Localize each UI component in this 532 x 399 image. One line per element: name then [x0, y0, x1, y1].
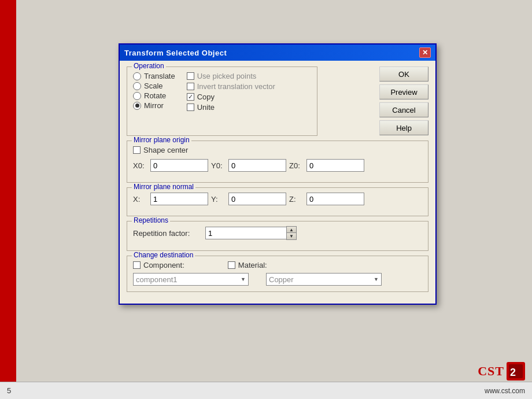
checkbox-copy-label: Copy: [197, 93, 215, 101]
repetition-input[interactable]: [205, 227, 286, 239]
spinner-buttons: ▲ ▼: [286, 226, 297, 240]
checkbox-copy-input[interactable]: [187, 93, 194, 101]
material-checkbox-input[interactable]: [228, 261, 235, 269]
dialog-buttons: OK Preview Cancel Help: [379, 66, 428, 141]
radio-rotate[interactable]: Rotate: [133, 91, 175, 100]
repetition-factor-label: Repetition factor:: [133, 229, 202, 238]
change-destination-section: Change destination Component: Material: …: [127, 256, 428, 292]
checkbox-invert-translation: Invert translation vector: [187, 82, 275, 91]
repetition-spinner: ▲ ▼: [205, 226, 297, 240]
mirror-plane-normal-label: Mirror plane normal: [132, 183, 195, 191]
bottom-bar: 5 www.cst.com: [0, 382, 532, 399]
operation-section-label: Operation: [132, 62, 166, 70]
y-label: Y:: [211, 195, 226, 204]
mirror-plane-origin-label: Mirror plane origin: [132, 136, 191, 144]
mirror-plane-normal-section: Mirror plane normal X: Y: Z:: [127, 187, 428, 216]
radio-scale-input[interactable]: [133, 82, 141, 90]
checkbox-unite-input[interactable]: [187, 104, 194, 111]
origin-fields-row: X0: Y0: Z0:: [133, 159, 422, 172]
help-button[interactable]: Help: [379, 120, 428, 135]
z0-label: Z0:: [289, 161, 304, 170]
radio-rotate-input[interactable]: [133, 92, 141, 100]
repetition-factor-row: Repetition factor: ▲ ▼: [133, 226, 422, 240]
repetitions-section: Repetitions Repetition factor: ▲ ▼: [127, 221, 428, 251]
checkbox-invert-translation-input: [187, 83, 194, 90]
options-col: Use picked points Invert translation vec…: [187, 72, 275, 113]
destination-dropdowns-row: component1 ▼ Copper ▼: [133, 273, 422, 286]
checkbox-use-picked-points-label: Use picked points: [197, 72, 257, 80]
cancel-button[interactable]: Cancel: [379, 102, 428, 117]
shape-center-checkbox[interactable]: Shape center: [133, 146, 422, 154]
component-dropdown-value: component1: [136, 275, 178, 284]
component-checkbox-input[interactable]: [133, 261, 141, 269]
spinner-up-button[interactable]: ▲: [287, 227, 296, 233]
cst-logo: CST 2: [478, 362, 525, 380]
preview-button[interactable]: Preview: [379, 84, 428, 99]
material-dropdown[interactable]: Copper ▼: [266, 273, 382, 286]
operation-section: Operation Translate Scale: [127, 66, 317, 136]
svg-text:2: 2: [510, 367, 516, 378]
website-url: www.cst.com: [485, 387, 525, 395]
spinner-down-button[interactable]: ▼: [287, 233, 296, 239]
checkbox-copy[interactable]: Copy: [187, 93, 275, 101]
radio-mirror-input[interactable]: [133, 102, 141, 110]
material-label: Material:: [238, 261, 267, 269]
material-dropdown-value: Copper: [269, 275, 294, 284]
y-input[interactable]: [228, 193, 286, 205]
x0-input[interactable]: [150, 159, 208, 172]
radio-group: Translate Scale Rotate Mirror: [133, 72, 175, 110]
component-checkbox[interactable]: Component:: [133, 261, 184, 269]
dialog-body: Operation Translate Scale: [120, 61, 435, 304]
repetitions-label: Repetitions: [132, 216, 170, 224]
component-dropdown-arrow: ▼: [241, 276, 246, 282]
page-number: 5: [7, 386, 11, 395]
x0-label: X0:: [133, 161, 147, 170]
z-label: Z:: [289, 195, 304, 204]
transform-dialog: Transform Selected Object ✕ Operation Tr…: [119, 43, 437, 305]
component-dropdown[interactable]: component1 ▼: [133, 273, 249, 286]
radio-scale-label: Scale: [144, 82, 163, 90]
radio-rotate-label: Rotate: [144, 91, 166, 100]
radio-translate-input[interactable]: [133, 72, 141, 80]
radio-mirror-label: Mirror: [144, 101, 164, 110]
component-label: Component:: [143, 261, 184, 269]
radio-translate[interactable]: Translate: [133, 72, 175, 80]
z-input[interactable]: [306, 193, 364, 205]
checkbox-unite-label: Unite: [197, 103, 215, 112]
red-accent-bar: [0, 0, 16, 399]
material-checkbox[interactable]: Material:: [228, 261, 267, 269]
dialog-titlebar: Transform Selected Object ✕: [120, 45, 435, 61]
shape-center-input[interactable]: [133, 146, 141, 154]
operation-content: Translate Scale Rotate Mirror: [133, 72, 311, 113]
y0-label: Y0:: [211, 161, 226, 170]
checkbox-use-picked-points: Use picked points: [187, 72, 275, 80]
cst-text: CST: [478, 364, 504, 379]
x-input[interactable]: [150, 193, 208, 205]
cst-icon: 2: [507, 362, 525, 380]
top-row: Operation Translate Scale: [127, 66, 428, 141]
normal-fields-row: X: Y: Z:: [133, 193, 422, 205]
z0-input[interactable]: [306, 159, 364, 172]
radio-scale[interactable]: Scale: [133, 82, 175, 90]
y0-input[interactable]: [228, 159, 286, 172]
destination-checkboxes-row: Component: Material:: [133, 261, 422, 269]
radio-mirror[interactable]: Mirror: [133, 101, 175, 110]
change-destination-label: Change destination: [132, 251, 195, 259]
ok-button[interactable]: OK: [379, 66, 428, 82]
dialog-title: Transform Selected Object: [124, 49, 227, 57]
material-dropdown-arrow: ▼: [374, 276, 379, 282]
checkbox-invert-translation-label: Invert translation vector: [197, 82, 275, 91]
checkbox-use-picked-points-input: [187, 72, 194, 80]
x-label: X:: [133, 195, 147, 204]
radio-translate-label: Translate: [144, 72, 175, 80]
dialog-close-button[interactable]: ✕: [419, 47, 431, 58]
shape-center-label: Shape center: [143, 146, 188, 154]
mirror-plane-origin-section: Mirror plane origin Shape center X0: Y0:…: [127, 141, 428, 183]
checkbox-unite[interactable]: Unite: [187, 103, 275, 112]
